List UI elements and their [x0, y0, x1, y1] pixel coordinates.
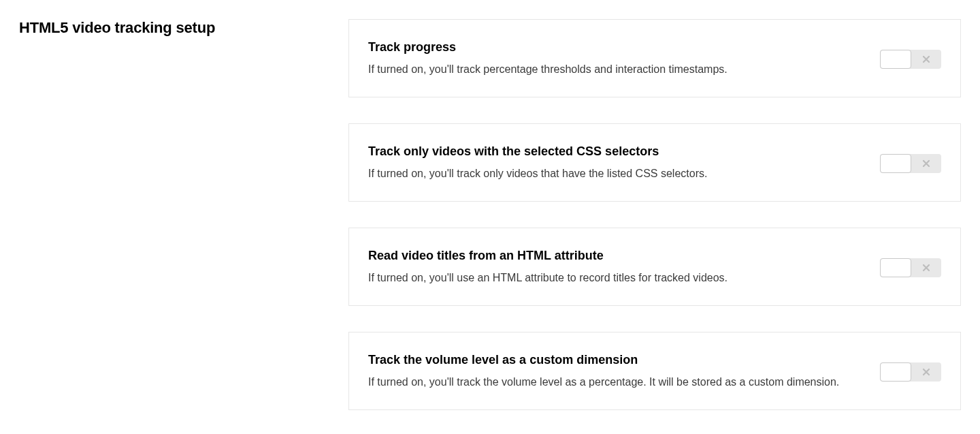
setting-card-css-selectors: Track only videos with the selected CSS … — [348, 123, 961, 202]
setting-description: If turned on, you'll track only videos t… — [368, 166, 864, 182]
toggle-knob — [880, 258, 911, 277]
setting-description: If turned on, you'll track the volume le… — [368, 374, 864, 390]
setting-card-html-attribute: Read video titles from an HTML attribute… — [348, 228, 961, 306]
setting-title: Track only videos with the selected CSS … — [368, 144, 864, 159]
setting-title: Track progress — [368, 40, 864, 55]
close-icon — [922, 159, 930, 168]
toggle-html-attribute[interactable] — [880, 258, 941, 277]
setting-description: If turned on, you'll track percentage th… — [368, 61, 864, 78]
toggle-knob — [880, 362, 911, 382]
close-icon — [922, 55, 930, 63]
setting-card-volume-dimension: Track the volume level as a custom dimen… — [348, 332, 961, 410]
setting-description: If turned on, you'll use an HTML attribu… — [368, 270, 864, 286]
toggle-knob — [880, 154, 911, 173]
setting-title: Read video titles from an HTML attribute — [368, 249, 864, 263]
section-title: HTML5 video tracking setup — [19, 19, 332, 37]
close-icon — [922, 368, 930, 376]
setting-card-track-progress: Track progress If turned on, you'll trac… — [348, 19, 961, 97]
setting-title: Track the volume level as a custom dimen… — [368, 353, 864, 367]
close-icon — [922, 264, 930, 272]
toggle-css-selectors[interactable] — [880, 154, 941, 173]
toggle-volume-dimension[interactable] — [880, 362, 941, 382]
toggle-track-progress[interactable] — [880, 50, 941, 69]
toggle-knob — [880, 50, 911, 69]
